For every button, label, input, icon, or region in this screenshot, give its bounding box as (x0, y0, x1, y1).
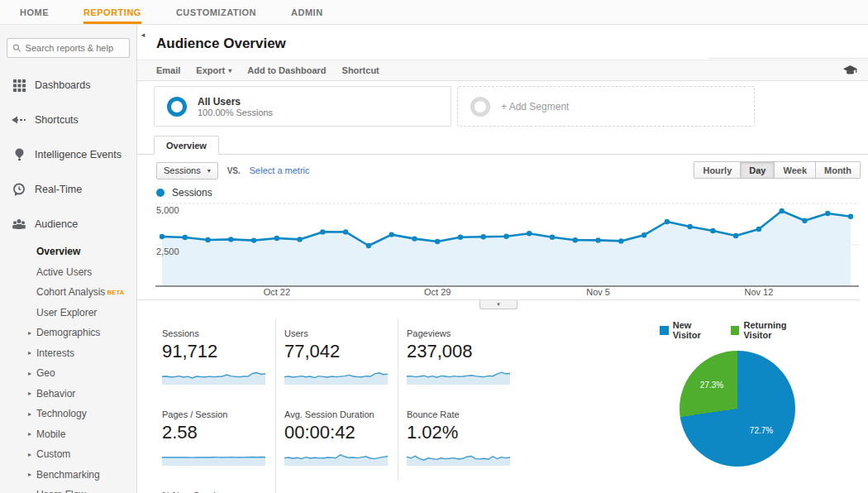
metric-sparkline (162, 368, 265, 385)
sidebar-item-technology[interactable]: ▸Technology (0, 404, 136, 424)
sidebar-item-demographics[interactable]: ▸Demographics (0, 323, 136, 343)
chart-data-point (527, 231, 532, 236)
sidebar-collapse-icon[interactable]: ◂ (137, 27, 149, 42)
metric-label: Sessions (162, 328, 267, 338)
search-box[interactable] (7, 38, 130, 58)
metric-value: 1.02% (407, 422, 512, 443)
all-users-segment-card[interactable]: All Users 100.00% Sessions (154, 86, 451, 127)
search-icon (12, 43, 21, 53)
action-export[interactable]: Export▾ (196, 65, 231, 75)
sidebar-item-label: Shortcuts (35, 114, 79, 126)
sidebar-item-shortcuts[interactable]: Shortcuts (0, 103, 136, 137)
sidebar-item-label: Demographics (36, 327, 100, 338)
vs-label: vs. (227, 166, 241, 175)
realtime-icon (11, 183, 27, 196)
expand-arrow-icon: ▸ (28, 370, 36, 377)
sidebar-item-cohort-analysis[interactable]: Cohort AnalysisBETA (0, 282, 136, 303)
sidebar-item-custom[interactable]: ▸Custom (0, 444, 136, 465)
visitor-type-pie-chart: 72.7%27.3% (680, 351, 795, 467)
nav-tab-customization[interactable]: CUSTOMIZATION (176, 0, 256, 24)
report-action-bar: EmailExport▾Add to DashboardShortcut (137, 60, 868, 81)
sidebar-item-active-users[interactable]: Active Users (0, 262, 136, 283)
x-axis-tick-label: Oct 29 (424, 287, 451, 297)
sidebar-item-label: Dashboards (35, 79, 90, 91)
chart-data-point (848, 214, 853, 219)
chart-data-point (687, 224, 692, 229)
tab-overview[interactable]: Overview (154, 136, 219, 155)
search-input[interactable] (26, 43, 124, 53)
legend-label: New Visitor (673, 320, 721, 340)
metric-label: Pageviews (407, 328, 512, 338)
metric-card-users: Users77,042 (275, 318, 398, 400)
segment-name: All Users (198, 96, 273, 108)
sidebar-item-label: Intelligence Events (35, 149, 122, 160)
metric-card-new-sessions: % New Sessions72.67% (154, 481, 275, 493)
pie-slice-label-returning-visitor: 27.3% (700, 381, 723, 390)
sidebar-item-geo[interactable]: ▸Geo (0, 363, 136, 384)
chart-data-point (825, 211, 830, 216)
metric-card-pages-session: Pages / Session2.58 (154, 400, 275, 481)
add-segment-card[interactable]: + Add Segment (457, 86, 755, 127)
sidebar-nav: DashboardsShortcutsIntelligence EventsRe… (0, 68, 136, 242)
nav-tab-home[interactable]: HOME (20, 0, 49, 24)
granularity-day-button[interactable]: Day (741, 161, 775, 179)
sidebar-item-user-explorer[interactable]: User Explorer (0, 303, 136, 323)
metric-sparkline (162, 449, 265, 466)
expand-arrow-icon: ▸ (28, 349, 36, 357)
metric-selector-dropdown[interactable]: Sessions ▾ (156, 162, 218, 179)
metric-value: 77,042 (284, 341, 389, 362)
metric-value: 237,008 (407, 341, 512, 362)
metric-card-bounce-rate: Bounce Rate1.02% (398, 400, 520, 481)
sidebar-item-interests[interactable]: ▸Interests (0, 343, 136, 364)
sidebar-audience-subnav: OverviewActive UsersCohort AnalysisBETAU… (0, 242, 136, 493)
chart-data-point (366, 243, 371, 248)
sidebar-item-label: Audience (35, 218, 78, 230)
chart-data-point (274, 236, 279, 241)
chevron-down-icon: ▾ (228, 67, 231, 74)
sidebar-item-overview[interactable]: Overview (0, 242, 136, 262)
sidebar-item-mobile[interactable]: ▸Mobile (0, 424, 136, 445)
sessions-chart-svg: Oct 22Oct 29Nov 5Nov 12 (154, 200, 859, 298)
action-email[interactable]: Email (156, 65, 180, 75)
chart-data-point (343, 229, 348, 234)
x-axis-tick-label: Nov 5 (586, 287, 610, 297)
chart-data-point (710, 228, 715, 233)
chart-data-point (618, 238, 623, 243)
chart-data-point (573, 237, 578, 242)
action-add-to-dashboard[interactable]: Add to Dashboard (247, 65, 326, 75)
sidebar-item-dashboards[interactable]: Dashboards (0, 68, 136, 103)
sidebar-item-real-time[interactable]: Real-Time (0, 172, 136, 207)
expand-arrow-icon: ▸ (28, 329, 36, 337)
pie-legend-item-new-visitor: New Visitor (660, 320, 721, 340)
sidebar-item-label: User Explorer (36, 307, 97, 318)
granularity-month-button[interactable]: Month (816, 161, 861, 179)
granularity-hourly-button[interactable]: Hourly (694, 161, 741, 179)
sidebar-item-behavior[interactable]: ▸Behavior (0, 384, 136, 404)
granularity-week-button[interactable]: Week (775, 161, 816, 179)
sidebar-item-intelligence-events[interactable]: Intelligence Events (0, 137, 136, 172)
metric-label: Bounce Rate (407, 409, 512, 419)
legend-swatch-icon (731, 326, 740, 335)
action-shortcut[interactable]: Shortcut (342, 65, 379, 75)
x-axis-tick-label: Nov 12 (745, 287, 774, 297)
audience-icon (11, 218, 27, 230)
metric-card-sessions: Sessions91,712 (154, 318, 275, 400)
x-axis-tick-label: Oct 22 (264, 287, 290, 297)
annotations-strip: ▾ (137, 299, 860, 310)
nav-tab-reporting[interactable]: REPORTING (83, 0, 141, 24)
legend-swatch-icon (660, 326, 669, 335)
metric-sparkline (284, 449, 388, 466)
nav-tab-admin[interactable]: ADMIN (291, 0, 323, 24)
select-a-metric-link[interactable]: Select a metric (250, 165, 310, 175)
education-graduation-cap-icon[interactable] (843, 65, 857, 76)
metric-label: Users (284, 328, 389, 338)
chart-data-point (503, 234, 508, 239)
chart-data-point (205, 237, 210, 242)
sidebar-item-label: Benchmarking (36, 469, 100, 481)
sidebar-item-benchmarking[interactable]: ▸Benchmarking (0, 465, 136, 486)
annotations-expander-button[interactable]: ▾ (479, 300, 517, 309)
sidebar-item-label: Technology (36, 408, 87, 419)
sidebar-item-users-flow[interactable]: Users Flow (0, 485, 136, 493)
metric-value: 2.58 (162, 422, 267, 443)
sidebar-item-audience[interactable]: Audience (0, 207, 136, 242)
